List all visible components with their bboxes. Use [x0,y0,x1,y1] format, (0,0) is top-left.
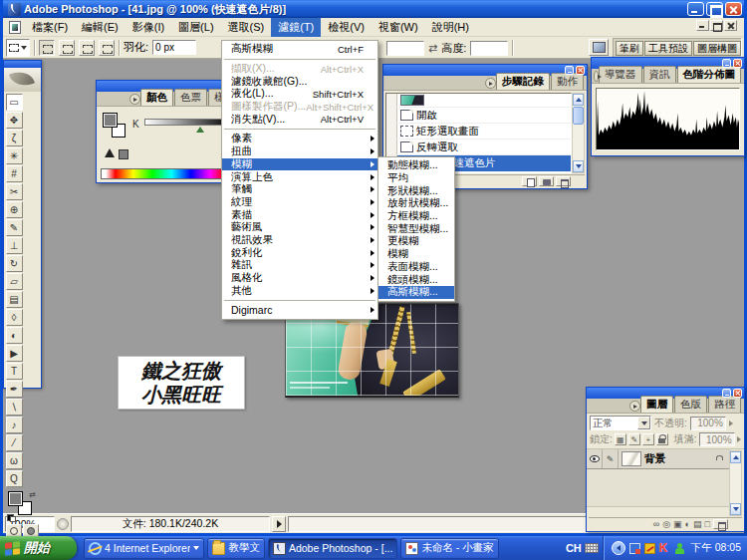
doc-minimize-button[interactable] [696,20,709,31]
history-step-row[interactable]: 開啟 [386,108,571,124]
filter-menu-item[interactable]: 擷取(X)... Alt+Ctrl+X [222,63,377,76]
filter-menu-item[interactable]: 濾鏡收藏館(G)... [222,75,377,88]
close-button[interactable] [725,2,742,16]
scroll-down-icon[interactable] [730,503,741,515]
history-snapshot-row[interactable] [386,94,571,108]
tool-button[interactable]: ▱ [6,273,23,290]
status-menu-button[interactable] [272,516,286,532]
opacity-spinner-icon[interactable] [729,420,733,426]
menu-item[interactable]: 說明(H) [425,18,476,37]
filter-menu-item[interactable] [222,126,377,133]
panel-menu-button[interactable] [129,94,140,105]
blur-submenu-item[interactable]: 表面模糊... [378,261,454,274]
panel-close-button[interactable] [733,59,742,68]
lock-transparency-icon[interactable]: ▦ [615,433,626,445]
menu-item[interactable]: 檢視(V) [321,18,372,37]
filter-menu-item[interactable]: 筆觸 [222,183,377,196]
filter-menu-item[interactable]: 液化(L)... Shift+Ctrl+X [222,88,377,101]
tool-button[interactable]: ▭ [6,94,23,111]
k-slider-marker[interactable] [196,127,204,133]
blur-submenu-item[interactable]: 智慧型模糊... [378,222,454,235]
taskbar-task[interactable]: 4 Internet Explorer [84,538,204,559]
history-source-well[interactable] [386,108,397,123]
filter-menu-item[interactable] [222,297,377,304]
minimize-button[interactable] [687,2,704,16]
layer-mask-icon[interactable]: ▣ [673,519,682,529]
history-step-row[interactable]: 矩形選取畫面 [386,124,571,140]
layer-group-icon[interactable]: ▤ [693,519,702,529]
tray-icon[interactable] [674,543,685,554]
visibility-well[interactable] [587,449,603,468]
menu-item[interactable]: 影像(I) [125,18,171,37]
tool-button[interactable]: ⊥ [6,237,23,254]
blur-submenu-item[interactable]: 鏡頭模糊... [378,273,454,286]
width-input[interactable] [386,41,424,56]
delete-state-button[interactable] [556,176,571,186]
blur-submenu-item[interactable]: 更模糊 [378,235,454,248]
filter-menu-item[interactable]: 紋理 [222,196,377,209]
palette-well-tab[interactable]: 圖層構圖 [693,41,741,56]
taskbar-task[interactable]: 教學文 [207,538,265,559]
tool-button[interactable]: T [6,363,23,380]
tray-icon[interactable] [644,543,655,554]
layers-panel-tab[interactable]: 色版 [674,396,707,413]
blend-mode-select[interactable]: 正常 [590,416,651,430]
filter-menu-item[interactable]: 視訊效果 [222,234,377,247]
layer-row[interactable]: ✎ 背景 [587,449,731,469]
palette-well-tab[interactable]: 筆刷 [616,41,643,56]
feather-input[interactable] [152,40,196,55]
panel-minimize-button[interactable] [565,66,574,75]
history-panel-tab[interactable]: 動作 [551,73,584,90]
scroll-down-icon[interactable] [573,160,584,172]
tool-button[interactable]: ↻ [6,255,23,272]
lock-position-icon[interactable]: + [642,433,654,445]
panel-menu-button[interactable] [629,401,640,412]
filter-menu-item[interactable]: 圖樣製作器(P)... Alt+Shift+Ctrl+X [222,101,377,114]
fill-spinner-icon[interactable] [737,436,741,442]
layers-scrollbar[interactable] [729,450,742,516]
tool-preset-picker[interactable] [6,39,30,57]
blur-submenu-item[interactable]: 模糊 [378,248,454,261]
scroll-up-icon[interactable] [573,94,584,106]
color-panel-tab[interactable]: 色票 [174,89,207,106]
scrollbar-thumb[interactable] [573,107,584,125]
link-layers-icon[interactable]: ∞ [653,519,659,529]
adjustment-layer-icon[interactable]: ◐ [685,519,690,529]
tool-button[interactable]: ✥ [6,112,23,129]
selection-mode-new-button[interactable] [39,40,55,56]
histogram-panel-tab[interactable]: 色階分佈圖 [677,66,742,83]
tool-button[interactable]: ⊕ [6,201,23,218]
color-panel-tab[interactable]: 顏色 [140,89,173,106]
filter-menu-item[interactable]: Digimarc [222,304,377,317]
opacity-value[interactable]: 100% [690,417,726,430]
menu-item[interactable]: 圖層(L) [171,18,220,37]
doc-close-button[interactable] [724,20,737,31]
chevron-down-icon[interactable] [637,417,650,429]
panel-minimize-button[interactable] [722,389,731,398]
history-source-well[interactable] [386,94,397,107]
gamut-swatch[interactable] [119,149,128,159]
delete-layer-button[interactable] [713,519,728,529]
layers-panel-tab[interactable]: 圖層 [640,396,673,413]
menu-item[interactable]: 編輯(E) [75,18,125,37]
filter-menu-item[interactable]: 素描 [222,208,377,221]
tray-icon[interactable] [629,543,640,554]
filter-menu-item[interactable]: 像素 [222,133,377,145]
language-bar[interactable]: CH [562,542,603,554]
foreground-swatch[interactable] [103,113,118,128]
swap-dimensions-icon[interactable]: ⇄ [428,42,437,55]
tool-button[interactable]: ⁄ [6,434,23,451]
maximize-button[interactable] [706,2,723,16]
history-panel-tab[interactable]: 步驟記錄 [496,73,550,90]
layer-style-icon[interactable]: ◎ [662,519,670,529]
taskbar-task[interactable]: 未命名 - 小畫家 [400,538,498,559]
tool-button[interactable]: # [6,165,23,182]
histogram-panel-tab[interactable]: 導覽器 [599,66,642,83]
filter-menu-item[interactable]: 消失點(V)... Alt+Ctrl+V [222,113,377,126]
history-source-well[interactable] [386,140,397,154]
menu-item[interactable]: 選取(S) [221,18,272,37]
filter-menu-item[interactable]: 其他 [222,284,377,297]
layers-panel-tab[interactable]: 路徑 [708,396,741,413]
tool-button[interactable]: ✳ [6,147,23,164]
filter-menu-item[interactable]: 扭曲 [222,145,377,158]
